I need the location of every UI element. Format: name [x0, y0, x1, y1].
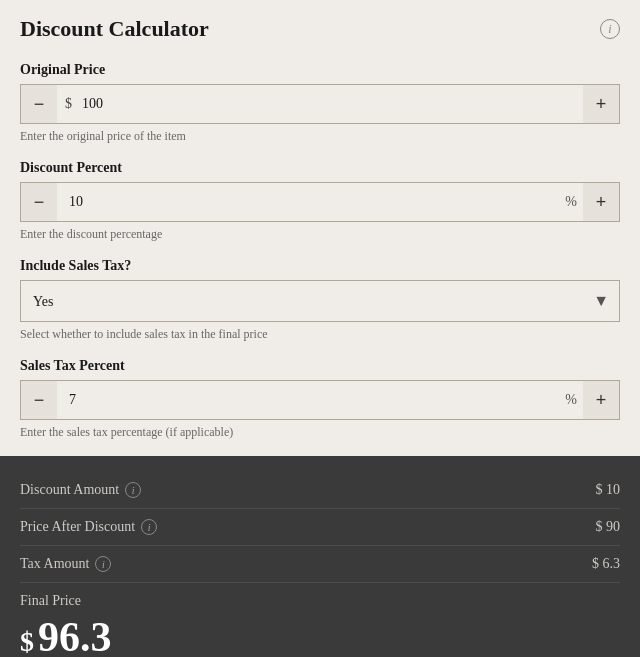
- sales-tax-percent-label: Sales Tax Percent: [20, 358, 620, 374]
- sales-tax-percent-section: Sales Tax Percent − % + Enter the sales …: [20, 358, 620, 440]
- results-section: Discount Amount i $ 10 Price After Disco…: [0, 456, 640, 657]
- original-price-increment-button[interactable]: +: [583, 85, 619, 123]
- sales-tax-percent-input-row: − % +: [20, 380, 620, 420]
- discount-percent-decrement-button[interactable]: −: [21, 183, 57, 221]
- discount-amount-row: Discount Amount i $ 10: [20, 472, 620, 509]
- tax-amount-info-icon[interactable]: i: [95, 556, 111, 572]
- app-container: Discount Calculator i Original Price − $…: [0, 0, 640, 657]
- discount-amount-info-icon[interactable]: i: [125, 482, 141, 498]
- header-row: Discount Calculator i: [20, 16, 620, 42]
- original-price-section: Original Price − $ + Enter the original …: [20, 62, 620, 144]
- sales-tax-percent-increment-button[interactable]: +: [583, 381, 619, 419]
- original-price-input[interactable]: [78, 85, 583, 123]
- original-price-label: Original Price: [20, 62, 620, 78]
- price-after-discount-info-icon[interactable]: i: [141, 519, 157, 535]
- sales-tax-percent-input[interactable]: [57, 381, 559, 419]
- tax-amount-row: Tax Amount i $ 6.3: [20, 546, 620, 583]
- discount-percent-input[interactable]: [57, 183, 559, 221]
- price-after-discount-value: $ 90: [596, 519, 621, 535]
- discount-percent-section: Discount Percent − % + Enter the discoun…: [20, 160, 620, 242]
- price-after-discount-row: Price After Discount i $ 90: [20, 509, 620, 546]
- final-price-section: Final Price $ 96.3 The final price after…: [20, 583, 620, 657]
- sales-tax-percent-unit: %: [559, 392, 583, 408]
- discount-amount-label: Discount Amount i: [20, 482, 141, 498]
- discount-percent-input-row: − % +: [20, 182, 620, 222]
- final-price-label: Final Price: [20, 593, 620, 609]
- original-price-currency: $: [57, 96, 78, 112]
- include-sales-tax-section: Include Sales Tax? Yes No ▼ Select wheth…: [20, 258, 620, 342]
- sales-tax-percent-hint: Enter the sales tax percentage (if appli…: [20, 425, 620, 440]
- original-price-hint: Enter the original price of the item: [20, 129, 620, 144]
- final-price-number: 96.3: [38, 613, 112, 657]
- original-price-input-row: − $ +: [20, 84, 620, 124]
- include-sales-tax-select[interactable]: Yes No: [21, 281, 619, 321]
- final-price-dollar-sign: $: [20, 626, 34, 657]
- discount-amount-value: $ 10: [596, 482, 621, 498]
- top-section: Discount Calculator i Original Price − $…: [0, 0, 640, 440]
- header-info-icon[interactable]: i: [600, 19, 620, 39]
- include-sales-tax-wrapper: Yes No ▼: [20, 280, 620, 322]
- discount-percent-unit: %: [559, 194, 583, 210]
- tax-amount-label: Tax Amount i: [20, 556, 111, 572]
- discount-percent-hint: Enter the discount percentage: [20, 227, 620, 242]
- app-title: Discount Calculator: [20, 16, 209, 42]
- final-price-value: $ 96.3: [20, 613, 620, 657]
- original-price-decrement-button[interactable]: −: [21, 85, 57, 123]
- discount-percent-increment-button[interactable]: +: [583, 183, 619, 221]
- tax-amount-value: $ 6.3: [592, 556, 620, 572]
- discount-percent-label: Discount Percent: [20, 160, 620, 176]
- price-after-discount-label: Price After Discount i: [20, 519, 157, 535]
- include-sales-tax-label: Include Sales Tax?: [20, 258, 620, 274]
- include-sales-tax-hint: Select whether to include sales tax in t…: [20, 327, 620, 342]
- sales-tax-percent-decrement-button[interactable]: −: [21, 381, 57, 419]
